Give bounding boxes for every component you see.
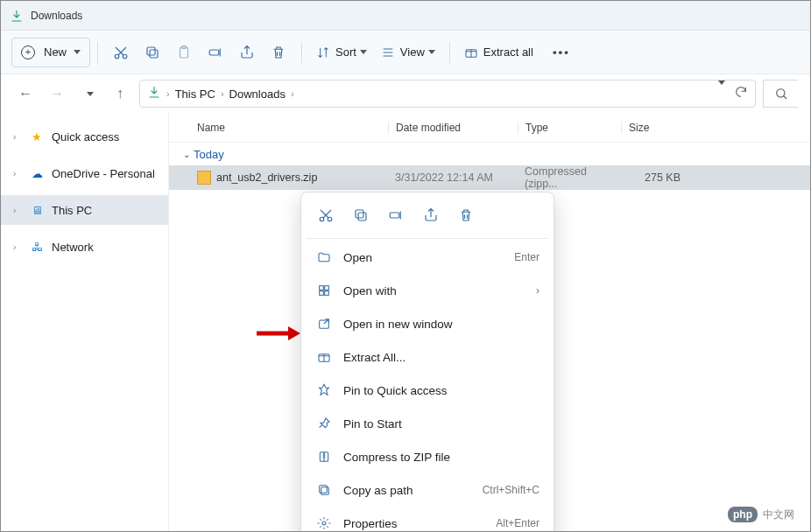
pin-icon [315,415,333,432]
file-type: Compressed (zipp... [518,165,621,190]
extract-all-button[interactable]: Extract all [457,38,540,67]
share-button[interactable] [231,38,263,67]
more-button[interactable]: ••• [546,38,577,67]
ctx-cut-button[interactable] [310,201,342,229]
column-name[interactable]: Name [169,122,388,134]
view-button[interactable]: View [374,38,442,67]
ctx-pin-start[interactable]: Pin to Start [307,407,548,440]
svg-rect-3 [147,47,155,55]
column-date[interactable]: Date modified [388,122,518,134]
ctx-share-button[interactable] [415,201,447,229]
sidebar-item-label: OneDrive - Personal [52,167,155,180]
chevron-right-icon: › [536,284,539,297]
address-bar[interactable]: › This PC › Downloads › [139,80,756,108]
cut-button[interactable] [105,38,137,67]
copy-button[interactable] [137,38,168,67]
svg-rect-14 [320,286,324,290]
folder-icon [315,248,333,266]
ctx-properties[interactable]: Properties Alt+Enter [307,507,548,532]
column-size[interactable]: Size [621,122,691,134]
sidebar-item-label: This PC [52,204,92,217]
context-menu: Open Enter Open with › Open in new windo… [300,192,554,532]
network-icon: 🖧 [29,239,45,255]
chevron-right-icon: › [13,132,22,142]
new-window-icon [315,315,333,332]
plus-icon: + [21,46,35,60]
copy-path-icon [315,481,333,499]
file-row[interactable]: ant_usb2_drivers.zip 3/31/2022 12:14 AM … [169,165,810,190]
chevron-right-icon: › [13,206,22,215]
sidebar: › ★ Quick access › ☁ OneDrive - Personal… [1,113,169,532]
ctx-open-with[interactable]: Open with › [307,274,548,307]
ctx-compress-zip[interactable]: Compress to ZIP file [307,440,548,473]
ctx-open-new-window[interactable]: Open in new window [307,307,548,340]
sort-icon [316,46,330,60]
ctx-copy-path[interactable]: Copy as path Ctrl+Shift+C [307,473,548,507]
divider [97,42,98,63]
search-input[interactable] [763,80,798,108]
chevron-down-icon [428,50,435,54]
svg-rect-12 [356,210,363,218]
column-type[interactable]: Type [518,122,621,134]
annotation-arrow [257,325,300,342]
svg-rect-21 [321,487,329,495]
chevron-right-icon: › [166,88,170,99]
ctx-delete-button[interactable] [450,201,482,229]
paste-button[interactable] [168,38,200,67]
ctx-rename-button[interactable] [380,201,412,229]
delete-button[interactable] [263,38,294,67]
sidebar-item-this-pc[interactable]: › 🖥 This PC [1,195,168,225]
divider [449,42,450,63]
pc-icon: 🖥 [29,202,45,218]
svg-rect-16 [320,291,324,296]
window-title: Downloads [31,10,82,22]
file-date: 3/31/2022 12:14 AM [388,172,518,184]
column-headers: Name Date modified Type Size [169,113,810,143]
divider [307,238,548,239]
chevron-right-icon: › [13,169,22,178]
zip-icon [315,448,333,466]
up-button[interactable]: ↑ [108,81,132,106]
sidebar-item-quick-access[interactable]: › ★ Quick access [1,122,168,151]
ctx-pin-quick-access[interactable]: Pin to Quick access [307,374,548,407]
svg-rect-11 [358,213,366,220]
ctx-extract-all[interactable]: Extract All... [307,340,548,374]
chevron-right-icon: › [221,88,224,99]
breadcrumb-folder[interactable]: Downloads [229,88,286,101]
titlebar: Downloads [1,1,810,31]
ctx-open[interactable]: Open Enter [307,241,548,274]
cloud-icon: ☁ [29,165,45,181]
chevron-down-icon [360,50,367,54]
svg-point-8 [776,89,784,97]
watermark: php 中文网 [728,507,794,522]
sidebar-item-label: Quick access [52,130,119,144]
svg-rect-15 [325,286,329,290]
group-header[interactable]: ⌄ Today [169,143,810,165]
download-icon [147,85,161,102]
php-logo: php [728,507,758,522]
svg-rect-17 [325,291,329,296]
properties-icon [315,514,333,532]
sidebar-item-network[interactable]: › 🖧 Network [1,232,168,262]
extract-icon [315,348,333,366]
recent-button[interactable] [76,81,101,106]
svg-rect-18 [320,320,329,328]
chevron-right-icon: › [13,242,22,252]
sidebar-item-onedrive[interactable]: › ☁ OneDrive - Personal [1,158,168,188]
svg-rect-6 [209,50,219,55]
forward-button[interactable]: → [45,81,69,106]
refresh-button[interactable] [734,85,748,102]
download-icon [10,9,24,23]
new-button[interactable]: + New [11,38,90,67]
sort-button[interactable]: Sort [309,38,374,67]
pin-icon [315,382,333,399]
svg-rect-13 [390,213,399,218]
dropdown-button[interactable] [715,85,725,102]
ctx-copy-button[interactable] [345,201,377,229]
sidebar-item-label: Network [52,241,94,254]
extract-icon [464,46,478,60]
star-icon: ★ [29,129,45,144]
back-button[interactable]: ← [13,81,38,106]
rename-button[interactable] [200,38,231,67]
breadcrumb-root[interactable]: This PC [175,88,215,101]
